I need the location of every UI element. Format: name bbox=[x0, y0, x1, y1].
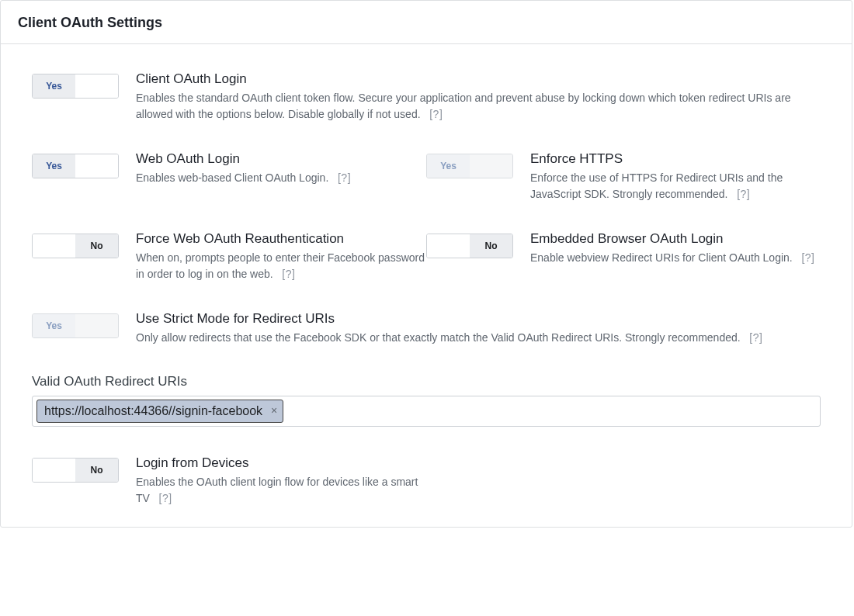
setting-description: Enables the standard OAuth client token … bbox=[136, 90, 821, 123]
toggle-client-oauth-login[interactable]: Yes bbox=[32, 74, 119, 99]
setting-client-oauth-login: Yes Client OAuth Login Enables the stand… bbox=[32, 71, 821, 123]
toggle-option-no[interactable] bbox=[75, 154, 118, 178]
setting-title: Embedded Browser OAuth Login bbox=[530, 230, 814, 248]
toggle-option-no[interactable] bbox=[75, 74, 118, 98]
toggle-option-yes[interactable]: Yes bbox=[33, 154, 75, 178]
setting-login-devices: No Login from Devices Enables the OAuth … bbox=[32, 455, 426, 507]
setting-text: Web OAuth Login Enables web-based Client… bbox=[136, 151, 351, 186]
toggle-option-yes[interactable] bbox=[33, 234, 75, 258]
setting-text: Enforce HTTPS Enforce the use of HTTPS f… bbox=[530, 151, 821, 202]
help-icon[interactable]: [?] bbox=[282, 268, 295, 280]
setting-title: Enforce HTTPS bbox=[530, 151, 821, 168]
toggle-strict-mode[interactable]: Yes bbox=[32, 313, 119, 338]
oauth-settings-panel: Client OAuth Settings Yes Client OAuth L… bbox=[0, 0, 852, 528]
setting-title: Web OAuth Login bbox=[136, 151, 351, 168]
panel-header: Client OAuth Settings bbox=[1, 1, 852, 44]
setting-description: Enable webview Redirect URIs for Client … bbox=[530, 250, 814, 266]
setting-text: Use Strict Mode for Redirect URIs Only a… bbox=[136, 310, 762, 346]
setting-description: When on, prompts people to enter their F… bbox=[136, 250, 426, 282]
setting-embedded-browser: No Embedded Browser OAuth Login Enable w… bbox=[426, 230, 821, 282]
setting-description: Enables web-based Client OAuth Login. [?… bbox=[136, 170, 351, 186]
toggle-option-yes[interactable] bbox=[427, 234, 470, 258]
setting-force-reauth: No Force Web OAuth Reauthentication When… bbox=[32, 230, 426, 282]
toggle-option-yes[interactable] bbox=[33, 459, 75, 482]
setting-enforce-https: Yes Enforce HTTPS Enforce the use of HTT… bbox=[426, 151, 821, 202]
redirect-uris-section: Valid OAuth Redirect URIs https://localh… bbox=[32, 374, 821, 427]
setting-text: Login from Devices Enables the OAuth cli… bbox=[136, 455, 426, 507]
help-icon[interactable]: [?] bbox=[801, 251, 814, 264]
setting-web-oauth-login: Yes Web OAuth Login Enables web-based Cl… bbox=[32, 151, 426, 202]
help-icon[interactable]: [?] bbox=[749, 331, 762, 344]
setting-title: Client OAuth Login bbox=[136, 71, 821, 88]
panel-body: Yes Client OAuth Login Enables the stand… bbox=[1, 44, 852, 527]
redirect-uris-input[interactable]: https://localhost:44366//signin-facebook… bbox=[32, 396, 821, 427]
panel-title: Client OAuth Settings bbox=[18, 15, 835, 31]
setting-title: Use Strict Mode for Redirect URIs bbox=[136, 310, 762, 328]
setting-text: Client OAuth Login Enables the standard … bbox=[136, 71, 821, 123]
toggle-login-devices[interactable]: No bbox=[32, 458, 119, 483]
help-icon[interactable]: [?] bbox=[159, 492, 172, 504]
redirect-uri-tag: https://localhost:44366//signin-facebook… bbox=[36, 400, 283, 423]
redirect-uris-label: Valid OAuth Redirect URIs bbox=[32, 374, 821, 389]
toggle-enforce-https[interactable]: Yes bbox=[426, 154, 513, 178]
setting-text: Embedded Browser OAuth Login Enable webv… bbox=[530, 230, 814, 266]
setting-title: Login from Devices bbox=[136, 455, 426, 472]
toggle-option-yes[interactable]: Yes bbox=[427, 154, 470, 178]
toggle-option-no[interactable]: No bbox=[75, 459, 118, 482]
setting-strict-mode: Yes Use Strict Mode for Redirect URIs On… bbox=[32, 310, 821, 346]
toggle-option-yes[interactable]: Yes bbox=[33, 314, 75, 337]
toggle-force-reauth[interactable]: No bbox=[32, 234, 119, 258]
toggle-option-no[interactable]: No bbox=[75, 234, 118, 258]
help-icon[interactable]: [?] bbox=[737, 188, 750, 200]
toggle-web-oauth-login[interactable]: Yes bbox=[32, 154, 119, 178]
setting-text: Force Web OAuth Reauthentication When on… bbox=[136, 230, 426, 282]
setting-description: Enables the OAuth client login flow for … bbox=[136, 474, 426, 507]
help-icon[interactable]: [?] bbox=[429, 108, 443, 120]
setting-title: Force Web OAuth Reauthentication bbox=[136, 230, 426, 248]
redirect-uri-value: https://localhost:44366//signin-facebook bbox=[44, 402, 262, 420]
remove-tag-icon[interactable]: × bbox=[267, 404, 281, 418]
toggle-option-no[interactable]: No bbox=[470, 234, 512, 258]
toggle-option-yes[interactable]: Yes bbox=[33, 74, 75, 98]
toggle-embedded-browser[interactable]: No bbox=[426, 234, 513, 258]
toggle-option-no[interactable] bbox=[75, 314, 118, 337]
toggle-option-no[interactable] bbox=[470, 154, 512, 178]
setting-description: Only allow redirects that use the Facebo… bbox=[136, 330, 762, 346]
setting-description: Enforce the use of HTTPS for Redirect UR… bbox=[530, 170, 821, 202]
help-icon[interactable]: [?] bbox=[338, 171, 351, 184]
